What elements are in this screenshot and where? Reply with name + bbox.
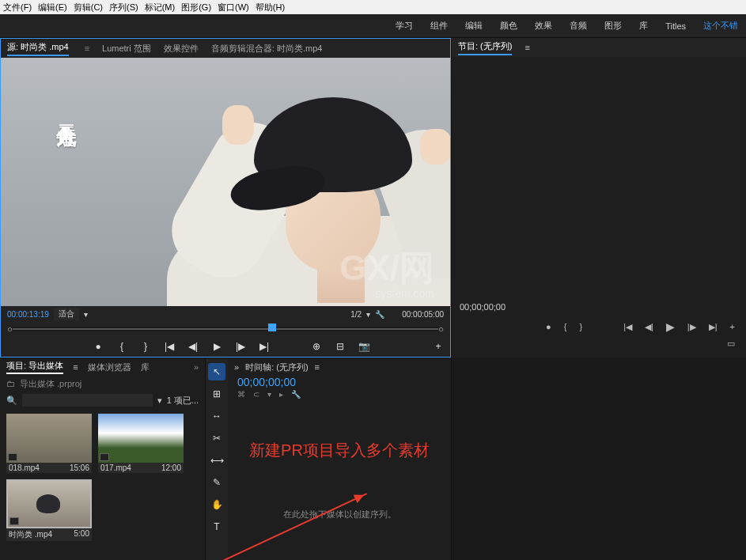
clip-name: 时尚类 .mp4 bbox=[9, 529, 52, 540]
tab-lumetri[interactable]: Lumetri 范围 bbox=[102, 43, 151, 55]
scrub-end-icon[interactable]: ○ bbox=[438, 324, 444, 334]
source-scale[interactable]: 1/2 bbox=[350, 310, 362, 319]
play-icon[interactable]: ▶ bbox=[211, 341, 222, 352]
step-forward-icon[interactable]: |▶ bbox=[687, 322, 696, 332]
playhead-icon[interactable] bbox=[268, 324, 276, 331]
overwrite-icon[interactable]: ⊟ bbox=[335, 341, 346, 352]
menu-edit[interactable]: 编辑(E) bbox=[38, 2, 67, 13]
button-editor-icon[interactable]: + bbox=[730, 322, 735, 331]
folder-icon: 🗀 bbox=[6, 379, 15, 388]
source-timeline-scrubber[interactable]: ○ ○ bbox=[1, 322, 450, 336]
menu-help[interactable]: 帮助(H) bbox=[256, 2, 285, 13]
wrench-icon[interactable]: 🔧 bbox=[291, 390, 301, 399]
menu-clip[interactable]: 剪辑(C) bbox=[74, 2, 103, 13]
out-point-icon[interactable]: } bbox=[140, 341, 151, 352]
in-point-icon[interactable]: { bbox=[564, 322, 567, 331]
workspace-assembly[interactable]: 组件 bbox=[430, 20, 448, 32]
timeline-panel: » 时间轴: (无序列) ≡ 00;00;00;00 ⌘ ⊂ ▾ ▸ 🔧 新建P… bbox=[228, 358, 451, 560]
safe-margins-icon[interactable]: ▭ bbox=[727, 339, 735, 358]
panel-menu-icon[interactable]: ≡ bbox=[315, 362, 320, 372]
step-back-icon[interactable]: ◀| bbox=[187, 341, 199, 352]
marker-icon[interactable]: ● bbox=[546, 322, 551, 331]
wrench-icon[interactable]: 🔧 bbox=[375, 310, 384, 319]
export-frame-icon[interactable]: 📷 bbox=[358, 341, 369, 352]
marker-icon[interactable]: ● bbox=[93, 341, 104, 352]
selection-tool-icon[interactable]: ↖ bbox=[208, 363, 225, 380]
button-editor-icon[interactable]: + bbox=[433, 341, 444, 352]
workspace-custom[interactable]: 这个不错 bbox=[703, 20, 738, 32]
panel-menu-icon[interactable]: ≡ bbox=[85, 44, 89, 53]
tab-project[interactable]: 项目: 导出媒体 bbox=[6, 360, 63, 374]
workspace-learn[interactable]: 学习 bbox=[396, 20, 413, 32]
marker-add-icon[interactable]: ▾ bbox=[267, 390, 271, 399]
settings-icon[interactable]: ▸ bbox=[279, 390, 283, 399]
project-item-count: 1 项已... bbox=[167, 395, 199, 407]
workspace-graphics[interactable]: 图形 bbox=[604, 20, 622, 32]
menu-sequence[interactable]: 序列(S) bbox=[109, 2, 138, 13]
workspace-titles[interactable]: Titles bbox=[665, 21, 686, 31]
project-search-input[interactable] bbox=[22, 394, 153, 407]
clip-item[interactable]: 017.mp412:00 bbox=[98, 414, 184, 473]
workspace-color[interactable]: 颜色 bbox=[500, 20, 517, 32]
razor-tool-icon[interactable]: ✂ bbox=[208, 429, 225, 447]
expand-icon[interactable]: » bbox=[194, 362, 199, 372]
tab-program[interactable]: 节目: (无序列) bbox=[458, 40, 512, 55]
hand-tool-icon[interactable]: ✋ bbox=[208, 496, 225, 513]
go-to-out-icon[interactable]: ▶| bbox=[259, 341, 270, 352]
program-video-preview[interactable] bbox=[452, 57, 746, 299]
chevron-down-icon[interactable]: ▾ bbox=[366, 310, 370, 319]
tab-libraries[interactable]: 库 bbox=[141, 361, 150, 373]
panel-menu-icon[interactable]: ≡ bbox=[73, 362, 78, 372]
expand-icon[interactable]: » bbox=[234, 362, 239, 372]
ripple-edit-tool-icon[interactable]: ↔ bbox=[208, 407, 225, 425]
step-forward-icon[interactable]: |▶ bbox=[235, 341, 246, 352]
workspace-bar: 学习 组件 编辑 颜色 效果 音频 图形 库 Titles 这个不错 bbox=[0, 14, 746, 38]
tab-effect-controls[interactable]: 效果控件 bbox=[164, 43, 199, 55]
workspace-effects[interactable]: 效果 bbox=[535, 20, 552, 32]
out-point-icon[interactable]: } bbox=[579, 322, 582, 331]
go-to-out-icon[interactable]: ▶| bbox=[709, 322, 718, 332]
pen-tool-icon[interactable]: ✎ bbox=[208, 474, 225, 491]
scrub-start-icon[interactable]: ○ bbox=[7, 324, 13, 334]
menu-file[interactable]: 文件(F) bbox=[3, 2, 32, 13]
menu-marker[interactable]: 标记(M) bbox=[145, 2, 176, 13]
chevron-down-icon[interactable]: ▾ bbox=[84, 310, 88, 319]
panel-menu-icon[interactable]: ≡ bbox=[524, 43, 529, 52]
snap-icon[interactable]: ⌘ bbox=[237, 390, 245, 399]
tab-source[interactable]: 源: 时尚类 .mp4 bbox=[7, 41, 69, 56]
watermark: GX/网 system.com bbox=[339, 245, 434, 300]
menu-window[interactable]: 窗口(W) bbox=[218, 2, 249, 13]
project-panel: 项目: 导出媒体 ≡ 媒体浏览器 库 » 🗀 导出媒体 .prproj 🔍 ▾ … bbox=[0, 358, 206, 560]
source-video-preview[interactable]: 每天九点二十八分 GX/网 system.com bbox=[1, 58, 450, 306]
tab-media-browser[interactable]: 媒体浏览器 bbox=[88, 361, 131, 373]
source-timecode[interactable]: 00:00:13:19 bbox=[7, 310, 49, 319]
go-to-in-icon[interactable]: |◀ bbox=[623, 322, 632, 332]
source-panel-tabs: 源: 时尚类 .mp4 ≡ Lumetri 范围 效果控件 音频剪辑混合器: 时… bbox=[1, 39, 450, 58]
slip-tool-icon[interactable]: ⟷ bbox=[208, 452, 225, 469]
program-timecode[interactable]: 00;00;00;00 bbox=[452, 299, 746, 315]
workspace-libraries[interactable]: 库 bbox=[639, 20, 648, 32]
in-point-icon[interactable]: { bbox=[116, 341, 127, 352]
tab-audio-mixer[interactable]: 音频剪辑混合器: 时尚类.mp4 bbox=[211, 43, 323, 55]
go-to-in-icon[interactable]: |◀ bbox=[164, 341, 175, 352]
step-back-icon[interactable]: ◀| bbox=[645, 322, 653, 332]
tools-panel: ↖ ⊞ ↔ ✂ ⟷ ✎ ✋ T bbox=[206, 358, 228, 560]
workspace-editing[interactable]: 编辑 bbox=[465, 20, 483, 32]
clip-item-selected[interactable]: 时尚类 .mp45:00 bbox=[6, 479, 92, 541]
track-select-tool-icon[interactable]: ⊞ bbox=[208, 385, 225, 403]
play-icon[interactable]: ▶ bbox=[666, 320, 675, 333]
annotation-text: 新建PR项目导入多个素材 bbox=[249, 440, 430, 461]
insert-icon[interactable]: ⊕ bbox=[311, 341, 322, 352]
menu-graphics[interactable]: 图形(G) bbox=[181, 2, 211, 13]
clip-duration: 12:00 bbox=[161, 464, 181, 472]
zoom-fit-dropdown[interactable]: 适合 bbox=[54, 308, 79, 320]
link-icon[interactable]: ⊂ bbox=[253, 390, 259, 399]
workspace-audio[interactable]: 音频 bbox=[570, 20, 587, 32]
clip-item[interactable]: 018.mp415:06 bbox=[6, 414, 92, 473]
filter-icon[interactable]: ▾ bbox=[157, 395, 162, 406]
program-transport-bar: ● { } |◀ ◀| ▶ |▶ ▶| + bbox=[452, 315, 746, 339]
timeline-timecode[interactable]: 00;00;00;00 bbox=[228, 376, 451, 388]
tab-timeline[interactable]: 时间轴: (无序列) bbox=[245, 361, 308, 373]
type-tool-icon[interactable]: T bbox=[208, 518, 225, 535]
search-icon[interactable]: 🔍 bbox=[6, 395, 17, 406]
